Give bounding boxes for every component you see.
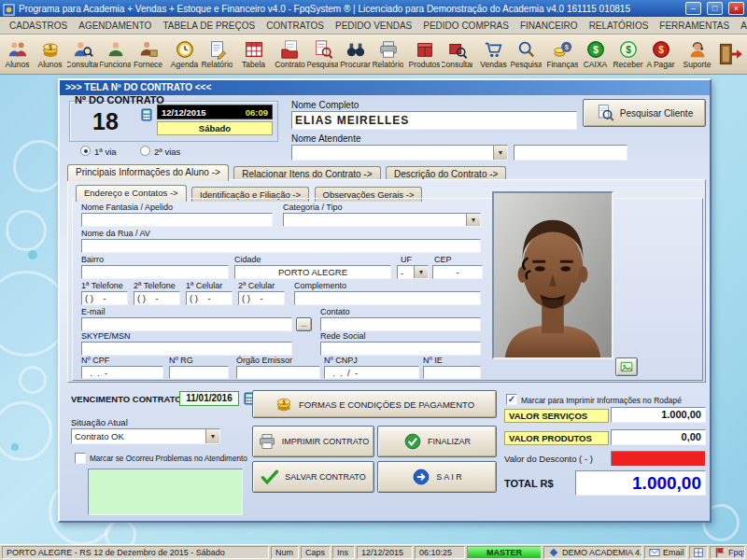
discount-field[interactable]	[611, 451, 706, 467]
toolbar-button-sair-app[interactable]	[713, 35, 746, 74]
skype-input[interactable]	[81, 342, 292, 356]
tab-principais-informacoes[interactable]: Principais Informações do Aluno ->	[67, 164, 229, 181]
toolbar-button-procurar[interactable]: Procurar	[339, 35, 372, 74]
contact-label: Contato	[320, 307, 350, 316]
cell1-input[interactable]	[186, 291, 233, 305]
calculator-icon[interactable]	[140, 108, 153, 121]
cashier-icon: $	[585, 39, 607, 60]
status-num: Num	[271, 546, 299, 559]
status-ins: Ins	[332, 546, 355, 559]
load-photo-button[interactable]	[615, 357, 638, 376]
attendant-value	[292, 146, 493, 160]
attendant-extra-input[interactable]	[514, 145, 627, 161]
agenda-icon	[174, 39, 196, 60]
chevron-down-icon: ▼	[414, 266, 428, 278]
total-label: TOTAL R$	[504, 478, 554, 489]
toolbar-button-funcionarios[interactable]: Funciona	[99, 35, 132, 74]
category-dropdown[interactable]: ▼	[283, 213, 481, 227]
status-dropdown[interactable]: Contrato OK▼	[71, 428, 220, 444]
uf-dropdown[interactable]: -▼	[397, 265, 429, 279]
toolbar-button-a-pagar[interactable]: $A Pagar	[644, 35, 677, 74]
toolbar-button-consultar-alunos[interactable]: Consultar	[66, 35, 99, 74]
nickname-input[interactable]	[81, 213, 273, 227]
city-input[interactable]	[234, 265, 391, 279]
search-client-button[interactable]: Pesquisar Cliente	[583, 99, 706, 127]
toolbar-button-agenda[interactable]: Agenda	[168, 35, 201, 74]
background-decoration	[19, 366, 47, 394]
attendant-dropdown[interactable]: ▼	[291, 145, 508, 161]
toolbar-button-relatorio-agenda[interactable]: Relatório	[201, 35, 233, 74]
menu-pedido-compras[interactable]: PEDIDO COMPRAS	[417, 19, 514, 33]
menu-cadastros[interactable]: CADASTROS	[4, 19, 73, 33]
menu-ferramentas[interactable]: FERRAMENTAS	[654, 19, 735, 33]
district-input[interactable]	[81, 265, 229, 279]
printer-icon	[258, 432, 276, 451]
toolbar-button-pesquisa-contrato[interactable]: Pesquisa	[306, 35, 339, 74]
cpf-input[interactable]	[81, 366, 163, 379]
toolbar-button-suporte[interactable]: Suporte	[681, 35, 713, 74]
subtab-endereco-contatos[interactable]: Endereço e Contatos ->	[76, 185, 187, 202]
contact-input[interactable]	[320, 317, 481, 331]
toolbar-button-receber[interactable]: $Receber	[612, 35, 644, 74]
social-input[interactable]	[320, 342, 481, 356]
status-grid-panel[interactable]	[689, 546, 708, 559]
payment-conditions-button[interactable]: $ FORMAS E CONDIÇÕES DE PAGAMENTO	[252, 390, 497, 418]
phone1-input[interactable]	[81, 291, 128, 305]
toolbar-button-contrato[interactable]: Contrato	[274, 35, 306, 74]
search-doc-icon	[312, 39, 334, 60]
toolbar-button-financas[interactable]: $Finanças	[546, 35, 579, 74]
toolbar-button-pesquisa-vendas[interactable]: Pesquisa	[510, 35, 543, 74]
minimize-button[interactable]: –	[685, 2, 701, 15]
problem-checkbox[interactable]	[75, 453, 86, 464]
cep-input[interactable]	[432, 265, 483, 279]
menu-ajuda[interactable]: AJUDA	[735, 19, 747, 33]
toolbar-button-tabela-precos[interactable]: Tabela	[237, 35, 270, 74]
street-input[interactable]	[81, 239, 481, 253]
cep-label: CEP	[434, 255, 452, 264]
menu-financeiro[interactable]: FINANCEIRO	[514, 19, 584, 33]
notes-memo[interactable]	[88, 469, 243, 515]
via2-radio[interactable]	[140, 146, 150, 156]
close-button[interactable]: ×	[728, 2, 744, 15]
toolbar-button-relatorio-contrato[interactable]: Relatório	[372, 35, 404, 74]
services-value-label: VALOR SERVIÇOS	[504, 409, 609, 423]
maximize-button[interactable]: □	[707, 2, 723, 15]
toolbar-button-fornecedores[interactable]: Fornece	[132, 35, 164, 74]
menu-pedido-vendas[interactable]: PEDIDO VENDAS	[330, 19, 417, 33]
menu-relatorios[interactable]: RELATÓRIOS	[584, 19, 655, 33]
cell2-input[interactable]	[238, 291, 285, 305]
cpf-label: Nº CPF	[81, 356, 109, 365]
print-contract-button[interactable]: IMPRIMIR CONTRATO	[252, 426, 374, 457]
status-email[interactable]: Email	[644, 546, 687, 559]
finalize-button[interactable]: FINALIZAR	[377, 426, 497, 457]
due-date-field[interactable]: 11/01/2016	[179, 391, 239, 406]
client-name-input[interactable]	[291, 111, 577, 130]
skype-label: SKYPE/MSN	[81, 331, 131, 341]
exit-button[interactable]: S A I R	[377, 461, 497, 493]
email-browse-button[interactable]: ...	[296, 317, 312, 331]
toolbar-button-produtos[interactable]: Produtos	[408, 35, 441, 74]
ie-input[interactable]	[423, 366, 481, 379]
menu-agendamento[interactable]: AGENDAMENTO	[73, 19, 157, 33]
toolbar-button-vendas[interactable]: Vendas	[477, 35, 510, 74]
save-contract-button[interactable]: SALVAR CONTRATO	[252, 461, 374, 493]
background-decoration	[0, 401, 52, 461]
email-input[interactable]	[81, 317, 292, 331]
toolbar-button-alunos[interactable]: Alunos	[1, 35, 34, 74]
toolbar-button-consultar-produtos[interactable]: Consultar	[441, 35, 473, 74]
footer-print-checkbox[interactable]	[506, 394, 517, 405]
toolbar-button-caixa[interactable]: $CAIXA	[579, 35, 612, 74]
phone2-input[interactable]	[134, 291, 180, 305]
complement-input[interactable]	[294, 291, 481, 305]
contract-window-header[interactable]: >>> TELA Nº DO CONTRATO <<<	[60, 80, 710, 95]
toolbar-button-alunos-valores[interactable]: $Alunos	[34, 35, 66, 74]
support-icon	[686, 39, 709, 60]
main-tabs: Principais Informações do Aluno -> Relac…	[67, 162, 507, 181]
menu-tabela-de-precos[interactable]: TABELA DE PREÇOS	[157, 19, 261, 33]
menu-contratos[interactable]: CONTRATOS	[261, 19, 330, 33]
title-bar: Programa para Academia + Vendas + Estoqu…	[0, 0, 747, 17]
via1-radio[interactable]	[80, 146, 91, 156]
cnpj-input[interactable]	[324, 366, 419, 379]
issuer-input[interactable]	[236, 366, 320, 379]
rg-input[interactable]	[169, 366, 229, 379]
